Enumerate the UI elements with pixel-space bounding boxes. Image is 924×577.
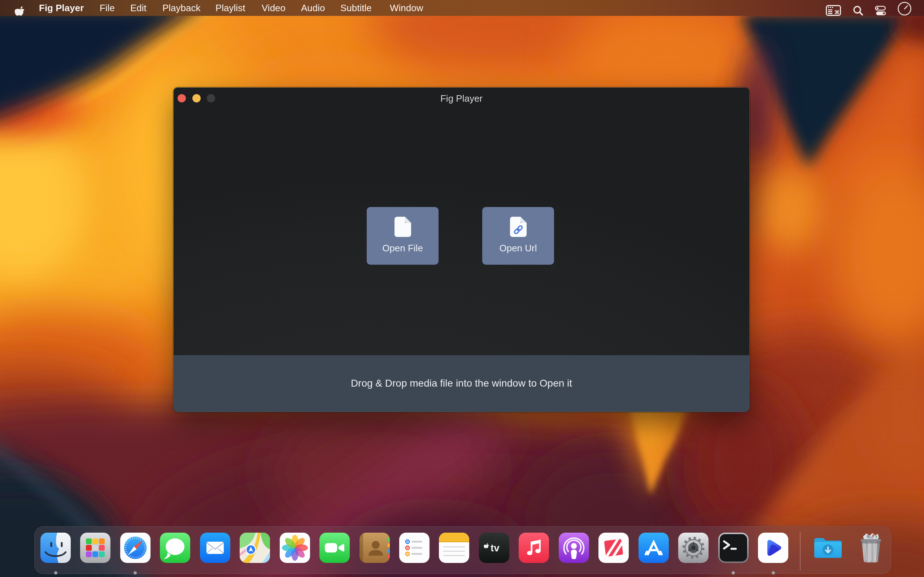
svg-text:tv: tv (491, 542, 499, 554)
svg-text:⌘: ⌘ (835, 10, 840, 15)
